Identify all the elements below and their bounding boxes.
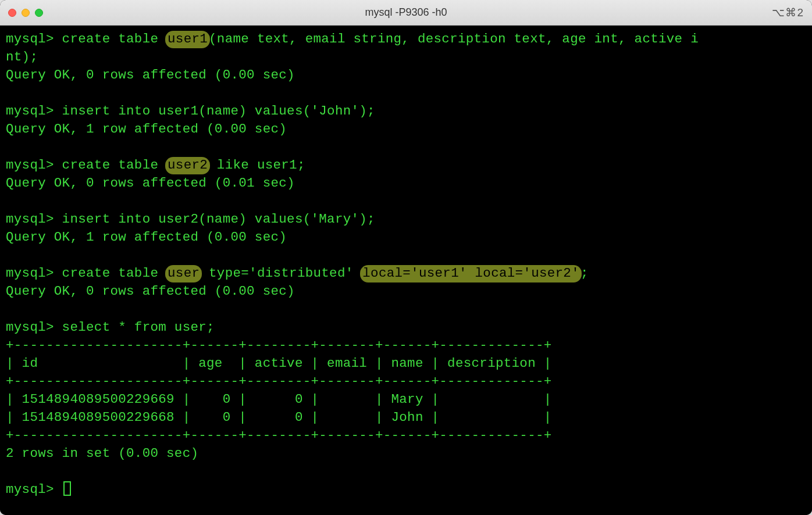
- blank: [6, 301, 806, 319]
- text: mysql> create table: [6, 158, 166, 173]
- titlebar[interactable]: mysql -P9306 -h0 ⌥⌘2: [0, 0, 812, 26]
- sql-insert-john: mysql> insert into user1(name) values('J…: [6, 102, 806, 120]
- blank: [6, 84, 806, 102]
- highlight-user1: user1: [165, 31, 210, 48]
- blank: [6, 192, 806, 210]
- table-border-bottom: +---------------------+------+--------+-…: [6, 427, 806, 445]
- highlight-locals: local='user1' local='user2': [360, 265, 582, 282]
- cursor-icon: [63, 481, 71, 496]
- query-ok: Query OK, 1 row affected (0.00 sec): [6, 120, 806, 138]
- text: like user1;: [209, 158, 305, 173]
- minimize-button[interactable]: [22, 9, 30, 17]
- blank: [6, 246, 806, 264]
- query-ok: Query OK, 0 rows affected (0.01 sec): [6, 174, 806, 192]
- sql-insert-mary: mysql> insert into user2(name) values('M…: [6, 210, 806, 228]
- window-shortcut: ⌥⌘2: [772, 6, 804, 19]
- highlight-user2: user2: [165, 157, 210, 174]
- table-border-mid: +---------------------+------+--------+-…: [6, 373, 806, 391]
- sql-create-user1-cont: nt);: [6, 48, 806, 66]
- text: type='distributed': [201, 266, 361, 281]
- table-border-top: +---------------------+------+--------+-…: [6, 337, 806, 355]
- table-header: | id | age | active | email | name | des…: [6, 355, 806, 373]
- close-button[interactable]: [8, 9, 16, 17]
- table-row: | 1514894089500229669 | 0 | 0 | | Mary |…: [6, 391, 806, 409]
- highlight-user: user: [165, 265, 202, 282]
- query-ok: Query OK, 0 rows affected (0.00 sec): [6, 282, 806, 301]
- table-row: | 1514894089500229668 | 0 | 0 | | John |…: [6, 409, 806, 427]
- traffic-lights: [8, 9, 43, 17]
- prompt: mysql>: [6, 482, 62, 497]
- sql-create-user1: mysql> create table user1(name text, ema…: [6, 30, 806, 48]
- query-ok: Query OK, 1 row affected (0.00 sec): [6, 228, 806, 246]
- blank: [6, 138, 806, 156]
- terminal-content[interactable]: mysql> create table user1(name text, ema…: [0, 26, 812, 515]
- text: (name text, email string, description te…: [209, 31, 699, 47]
- prompt-line: mysql>: [6, 481, 806, 499]
- text: ;: [580, 266, 589, 281]
- window-title: mysql -P9306 -h0: [0, 6, 812, 19]
- text: mysql> create table: [6, 266, 166, 281]
- sql-create-user-dist: mysql> create table user type='distribut…: [6, 264, 806, 282]
- terminal-window: mysql -P9306 -h0 ⌥⌘2 mysql> create table…: [0, 0, 812, 515]
- sql-select: mysql> select * from user;: [6, 319, 806, 337]
- query-ok: Query OK, 0 rows affected (0.00 sec): [6, 66, 806, 84]
- blank: [6, 463, 806, 481]
- maximize-button[interactable]: [35, 9, 43, 17]
- sql-create-user2: mysql> create table user2 like user1;: [6, 156, 806, 174]
- text: mysql> create table: [6, 31, 166, 47]
- result-summary: 2 rows in set (0.00 sec): [6, 445, 806, 463]
